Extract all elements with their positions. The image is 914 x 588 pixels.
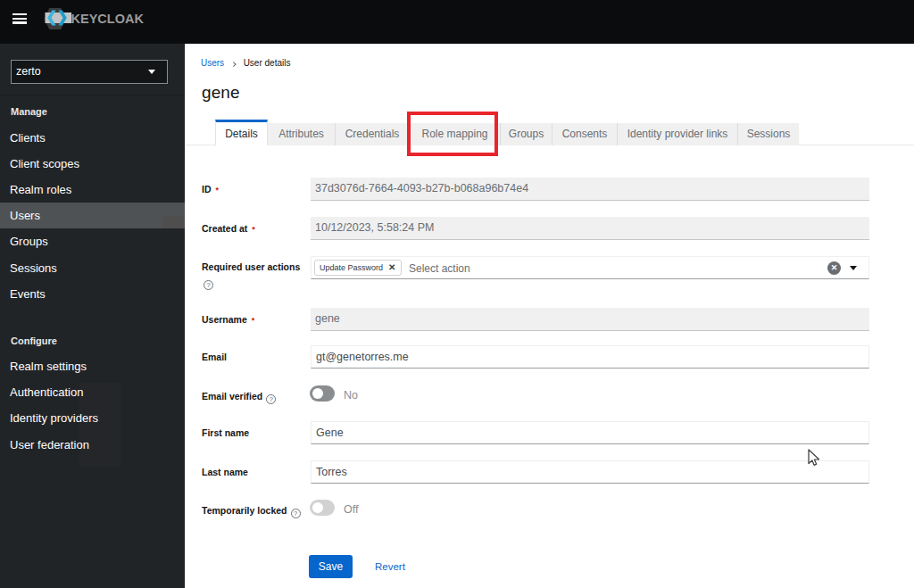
- svg-text:KEYCLOAK: KEYCLOAK: [71, 12, 145, 26]
